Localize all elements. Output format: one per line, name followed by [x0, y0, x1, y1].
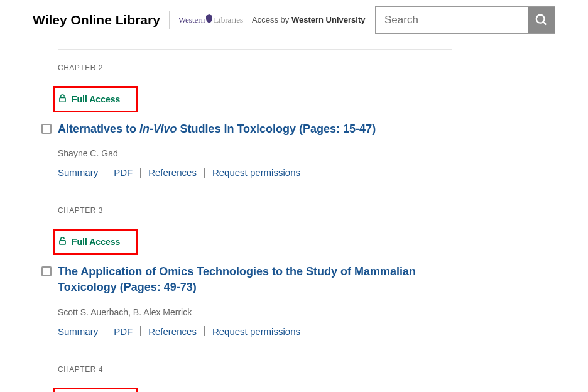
svg-rect-3 — [60, 241, 65, 245]
shield-icon — [205, 14, 213, 26]
search-button[interactable] — [528, 7, 555, 33]
full-access-badge: Full Access — [58, 237, 120, 247]
chapter-title-row: The Application of Omics Technologies to… — [41, 264, 452, 295]
full-access-badge: Full Access — [58, 94, 120, 104]
chapter-item: CHAPTER 4 Full Access — [58, 351, 452, 392]
references-link[interactable]: References — [148, 167, 197, 178]
select-checkbox[interactable] — [41, 266, 52, 276]
access-by-text: Access by Western University — [252, 15, 365, 24]
chapter-item: CHAPTER 2 Full Access Alternatives to In… — [58, 49, 452, 192]
vertical-divider — [169, 11, 170, 29]
select-checkbox[interactable] — [41, 124, 52, 134]
wiley-logo[interactable]: Wiley Online Library — [33, 13, 160, 28]
search-input[interactable] — [376, 7, 528, 33]
request-permissions-link[interactable]: Request permissions — [212, 167, 300, 178]
chapter-title-row: Alternatives to In-Vivo Studies in Toxic… — [41, 121, 452, 137]
summary-link[interactable]: Summary — [58, 326, 98, 337]
unlock-icon — [58, 237, 67, 247]
chapter-actions: Summary PDF References Request permissio… — [58, 167, 452, 178]
search-box — [375, 6, 555, 34]
request-permissions-link[interactable]: Request permissions — [212, 326, 300, 337]
chapter-actions: Summary PDF References Request permissio… — [58, 326, 452, 337]
chapter-list: CHAPTER 2 Full Access Alternatives to In… — [0, 40, 452, 392]
summary-link[interactable]: Summary — [58, 167, 98, 178]
chapter-number-label: CHAPTER 4 — [58, 365, 452, 374]
chapter-title-link[interactable]: Alternatives to In-Vivo Studies in Toxic… — [58, 121, 376, 137]
chapter-authors: Scott S. Auerbach, B. Alex Merrick — [58, 307, 452, 317]
pdf-link[interactable]: PDF — [114, 167, 133, 178]
svg-rect-2 — [60, 98, 65, 102]
chapter-number-label: CHAPTER 2 — [58, 63, 452, 72]
references-link[interactable]: References — [148, 326, 197, 337]
chapter-item: CHAPTER 3 Full Access The Application of… — [58, 192, 452, 350]
svg-line-1 — [543, 21, 547, 24]
highlight-annotation: Full Access — [53, 388, 138, 392]
highlight-annotation: Full Access — [53, 229, 138, 255]
chapter-title-link[interactable]: The Application of Omics Technologies to… — [58, 264, 452, 295]
svg-point-0 — [536, 14, 545, 23]
site-header: Wiley Online Library Western Libraries A… — [0, 0, 588, 40]
chapter-authors: Shayne C. Gad — [58, 148, 452, 158]
institution-logo[interactable]: Western Libraries — [178, 14, 243, 26]
pdf-link[interactable]: PDF — [114, 326, 133, 337]
unlock-icon — [58, 94, 67, 104]
chapter-number-label: CHAPTER 3 — [58, 206, 452, 215]
highlight-annotation: Full Access — [53, 86, 138, 112]
search-icon — [535, 13, 548, 27]
